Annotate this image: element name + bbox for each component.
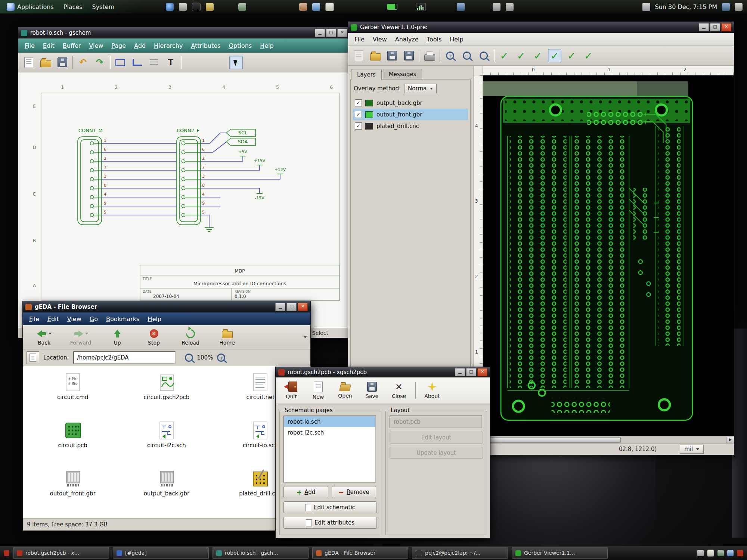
system-monitor-icon[interactable] [416,3,426,10]
layer-checkbox[interactable] [355,122,362,130]
file-item[interactable]: # Pir# Sts circuit.cmd [26,370,120,418]
gschem-minimize-button[interactable]: ▁ [315,29,325,37]
fb-menu-bookmarks[interactable]: Bookmarks [102,314,143,324]
tray-display-icon[interactable] [727,550,734,556]
gschem-menu-file[interactable]: File [21,40,39,51]
file-item[interactable]: circuit.gsch2pcb [120,370,213,418]
keyboard-icon[interactable] [735,3,743,11]
tray-signal-icon[interactable] [697,550,704,556]
places-menu[interactable]: Places [61,3,85,11]
edit-layout-button[interactable]: Edit layout [390,432,483,444]
layer-row[interactable]: output_back.gbr [353,97,468,109]
zoom-fit-button[interactable] [477,49,490,62]
fb-menu-go[interactable]: Go [86,314,102,324]
gschem-menu-hierarchy[interactable]: Hierarchy [150,40,187,51]
gschem-menu-options[interactable]: Options [224,40,256,51]
x2p-titlebar[interactable]: robot.gsch2pcb - xgsch2pcb ▁ □ ✕ [276,367,490,377]
gschem-titlebar[interactable]: robot-io.sch - gschem ▁ □ ✕ [18,27,350,38]
gschem-menu-page[interactable]: Page [107,40,130,51]
forward-button[interactable]: Forward [63,328,98,347]
tray-status-icon[interactable] [717,550,724,556]
layer-color-swatch[interactable] [365,100,373,106]
new-button[interactable]: New [308,379,329,402]
gerber-minimize-button[interactable]: ▁ [699,23,709,31]
gerber-titlebar[interactable]: Gerber Viewer1.1.0-pre: ▁ □ ✕ [348,22,734,33]
taskbar-item-gerber-viewer[interactable]: Gerber Viewer1.1... [512,547,608,559]
schematic-pages-list[interactable]: robot-io.sch robot-i2c.sch [283,416,376,483]
quit-button[interactable]: Quit [281,379,302,402]
layer-checkbox[interactable] [355,99,362,106]
taskbar-item-terminal[interactable]: pcjc2@pcjc2lap: ~/... [412,547,508,559]
gschem-menu-help[interactable]: Help [256,40,278,51]
redo-button[interactable] [93,56,106,69]
layer-visible-button-6[interactable] [582,49,595,62]
gerber-save-button[interactable] [385,49,399,62]
add-page-button[interactable]: Add [283,486,328,498]
scroll-right-button[interactable] [726,437,734,443]
stop-button[interactable]: Stop [136,328,171,347]
open-button[interactable]: Open [335,379,356,402]
gerber-menu-analyze[interactable]: Analyze [391,34,423,45]
pcb-render-canvas[interactable] [483,75,734,436]
zoom-out-icon[interactable] [185,354,193,362]
zoom-in-button[interactable] [443,49,457,62]
add-net-button[interactable] [130,56,144,69]
fb-titlebar[interactable]: gEDA - File Browser ▁ □ ✕ [23,301,310,312]
tray-alert-icon[interactable] [737,550,743,556]
gschem-menu-edit[interactable]: Edit [39,40,59,51]
location-edit-button[interactable] [27,351,39,364]
fb-menu-view[interactable]: View [63,314,86,324]
new-file-button[interactable] [22,56,35,69]
tray-mail-icon[interactable] [707,550,714,557]
tab-messages[interactable]: Messages [383,69,422,80]
taskbar-item-gschem[interactable]: robot-io.sch - gsch... [213,547,309,559]
gerber-new-button[interactable] [352,49,365,62]
save-button[interactable]: Save [362,379,382,402]
gerber-menu-file[interactable]: File [350,34,369,45]
layer-row[interactable]: outout_front.gbr [353,109,468,120]
update-layout-button[interactable]: Update layout [390,447,483,459]
terminal-launcher-icon[interactable] [192,3,201,11]
printer2-icon[interactable] [506,3,514,11]
fb-menu-edit[interactable]: Edit [43,314,63,324]
layer-visible-button-4[interactable] [548,49,561,62]
fb-menu-file[interactable]: File [25,314,43,324]
add-bus-button[interactable] [147,56,161,69]
reload-button[interactable]: Reload [173,328,208,347]
open-file-button[interactable] [39,56,52,69]
gerber-maximize-button[interactable]: □ [710,23,720,31]
file-item[interactable]: output_back.gbr [120,466,213,514]
layer-visible-button-5[interactable] [565,49,578,62]
gerber-export-button[interactable] [402,49,416,62]
browser-launcher-icon[interactable] [166,3,174,11]
list-item[interactable]: robot-i2c.sch [284,427,375,438]
screen-lock-icon[interactable] [722,3,730,11]
edit-schematic-button[interactable]: Edit schematic [283,501,377,513]
fb-maximize-button[interactable]: □ [286,303,297,311]
taskbar-item-irc[interactable]: [#geda] [113,547,209,559]
layer-visible-button-3[interactable] [531,49,545,62]
back-button[interactable]: Back [27,328,62,347]
system-menu[interactable]: System [90,3,117,11]
taskbar-item-file-browser[interactable]: gEDA - File Browser [312,547,408,559]
panel-clock[interactable]: Sun 30 Dec, 7:15 PM [655,3,717,10]
display-icon[interactable] [456,3,465,11]
tab-layers[interactable]: Layers [351,69,382,80]
notes-icon[interactable] [325,3,334,11]
file-item[interactable]: circuit.pcb [26,418,120,466]
battery-icon[interactable] [387,4,397,10]
undo-button[interactable] [76,56,90,69]
file-item[interactable]: outout_front.gbr [26,466,120,514]
gschem-close-button[interactable]: ✕ [337,29,347,37]
schematic-canvas[interactable]: 1 2 3 4 5 6 E D C B A CONN1_M [18,72,350,328]
zoom-out-button[interactable] [460,49,474,62]
editor-launcher-icon[interactable] [206,3,214,11]
edit-attributes-button[interactable]: Edit attributes [283,517,377,529]
home-button[interactable]: Home [210,328,245,347]
package-icon[interactable] [299,3,307,11]
gerber-menu-tools[interactable]: Tools [423,34,446,45]
gschem-maximize-button[interactable]: □ [326,29,336,37]
gschem-menu-attributes[interactable]: Attributes [187,40,224,51]
mail-launcher-icon[interactable] [179,3,187,11]
fb-close-button[interactable]: ✕ [298,303,308,311]
